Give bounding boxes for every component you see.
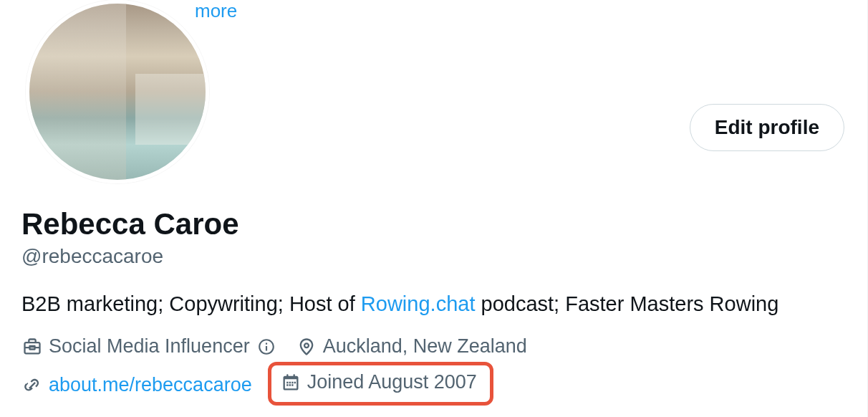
category-text: Social Media Influencer xyxy=(49,335,250,358)
show-more-link[interactable]: more xyxy=(195,0,237,22)
location-text: Auckland, New Zealand xyxy=(323,335,527,358)
display-name: Rebecca Caroe xyxy=(21,206,846,242)
avatar-placeholder-right xyxy=(135,74,206,144)
profile-meta-row-1: Social Media Influencer Auckland, New Ze… xyxy=(21,335,846,358)
bio-text-suffix: podcast; Faster Masters Rowing xyxy=(475,292,778,315)
joined-text: Joined August 2007 xyxy=(307,371,477,393)
link-icon xyxy=(21,375,43,396)
category-item: Social Media Influencer xyxy=(21,335,277,358)
website-link[interactable]: about.me/rebeccacaroe xyxy=(49,374,252,396)
bio: B2B marketing; Copywriting; Host of Rowi… xyxy=(21,291,846,318)
calendar-icon xyxy=(280,372,302,393)
username: @rebeccacaroe xyxy=(21,245,846,268)
bio-text-prefix: B2B marketing; Copywriting; Host of xyxy=(21,292,361,315)
bio-link-rowing-chat[interactable]: Rowing.chat xyxy=(361,292,476,315)
avatar[interactable] xyxy=(26,0,209,183)
edit-profile-button[interactable]: Edit profile xyxy=(690,104,844,151)
profile-meta-row-2: about.me/rebeccacaroe Joined August 2007 xyxy=(21,365,846,406)
briefcase-icon xyxy=(21,336,43,358)
avatar-placeholder-left xyxy=(29,4,126,180)
profile-info: Rebecca Caroe @rebeccacaroe B2B marketin… xyxy=(21,206,846,406)
info-icon[interactable] xyxy=(256,336,277,358)
website-item: about.me/rebeccacaroe xyxy=(21,374,252,396)
location-icon xyxy=(296,336,317,358)
location-item: Auckland, New Zealand xyxy=(296,335,527,358)
joined-item-highlighted: Joined August 2007 xyxy=(268,362,493,406)
